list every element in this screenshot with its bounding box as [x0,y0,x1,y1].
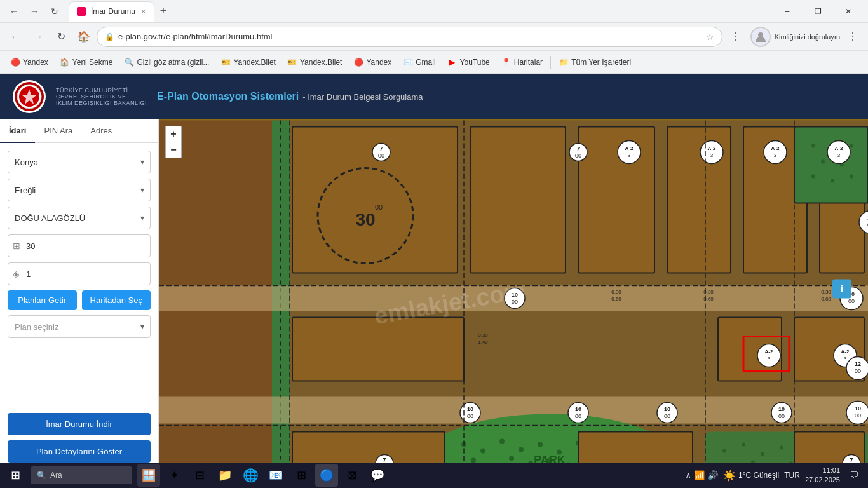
imar-indir-button[interactable]: İmar Durumu İndir [8,413,151,435]
svg-point-0 [758,32,763,37]
taskbar-app-edge[interactable]: 🌐 [239,464,262,487]
language-indicator: TUR [784,471,800,480]
plan-detay-button[interactable]: Plan Detaylarını Göster [8,440,151,463]
tab-pin-ara[interactable]: PIN Ara [35,119,81,143]
nav-home[interactable]: 🏠 [74,27,94,47]
svg-point-38 [742,443,745,447]
tray-arrow[interactable]: ∧ [685,470,691,480]
taskbar-app-teams[interactable]: 💬 [366,464,389,487]
plan-select[interactable]: Plan seçiniz [8,315,151,338]
svg-point-13 [499,439,505,444]
taskbar-clock[interactable]: 11:01 27.02.2025 [805,466,840,485]
bookmark-star-icon[interactable]: ☆ [706,32,714,42]
bookmark-bilet1-label: Yandex.Bilet [233,58,276,67]
tray-wifi[interactable]: 📶 [694,470,705,480]
bookmark-private[interactable]: 🔍 Gizli göz atma (gizli... [119,55,214,70]
profile-button[interactable] [750,27,771,47]
notification-button[interactable]: 🗨 [845,466,863,484]
more-button[interactable]: ⋮ [843,27,863,47]
bookmark-bilet2[interactable]: 🎫 Yandex.Bilet [282,55,348,70]
sidebar-tabs: İdari PIN Ara Adres [0,119,158,143]
tab-idari[interactable]: İdari [0,119,35,143]
sidebar: İdari PIN Ara Adres Konya Ereğli [0,119,159,488]
svg-text:3: 3 [774,152,777,158]
ilce-select[interactable]: Ereğli [8,179,151,201]
taskbar-app-store[interactable]: ⊞ [290,464,313,487]
bookmark-yandex2-label: Yandex [366,58,391,67]
ada-input[interactable] [8,234,151,257]
back-button[interactable]: ← [5,3,23,20]
forward-button[interactable]: → [25,3,43,20]
extensions-button[interactable]: ⋮ [725,27,745,47]
start-button[interactable]: ⊞ [5,465,25,485]
bookmark-gmail[interactable]: ✉️ Gmail [398,55,440,70]
svg-point-14 [519,447,524,452]
bookmark-yandex2[interactable]: 🔴 Yandex [348,55,397,70]
close-button[interactable]: ✕ [834,0,863,23]
active-tab[interactable]: İmar Durumu ✕ [69,1,154,22]
weather-widget[interactable]: ☀️ 1°C Güneşli [723,470,779,482]
svg-text:7: 7 [379,146,383,152]
taskbar-app-windows[interactable]: 🪟 [137,464,160,487]
mahalle-select[interactable]: DOĞU ALAGÖZLÜ [8,207,151,229]
taskbar-app-taskview[interactable]: ⊟ [188,464,211,487]
svg-text:0.60: 0.60 [611,296,621,302]
taskbar-app-m365[interactable]: ⊠ [341,464,363,487]
map-container[interactable]: PARK [159,119,868,488]
svg-point-66 [811,175,815,179]
planlar-getir-button[interactable]: Planları Getir [8,290,77,310]
zoom-out-button[interactable]: − [166,142,181,158]
taskbar-app-mail[interactable]: 📧 [264,464,287,487]
svg-text:7: 7 [383,457,386,463]
tray-volume[interactable]: 🔊 [707,470,718,480]
haritadan-sec-button[interactable]: Haritadan Seç [82,290,151,310]
minimize-button[interactable]: – [773,0,802,23]
svg-point-12 [480,449,485,454]
nav-forward[interactable]: → [28,27,48,47]
yandex-icon: 🔴 [10,57,20,67]
tab-adres[interactable]: Adres [81,119,121,143]
bookmark-all[interactable]: 📁 Tüm Yer İşaretleri [553,55,636,70]
bookmark-yandex[interactable]: 🔴 Yandex [5,55,53,70]
app-header-text: TÜRKİYE CUMHURİYETİ ÇEVRE, ŞEHİRCİLİK VE… [56,87,147,106]
bookmark-maps[interactable]: 📍 Haritalar [496,55,548,70]
parsel-input[interactable] [8,262,151,285]
app-header: TÜRKİYE CUMHURİYETİ ÇEVRE, ŞEHİRCİLİK VE… [0,74,868,119]
bookmark-youtube-label: YouTube [460,58,490,67]
svg-text:00: 00 [848,298,855,304]
svg-text:A-2: A-2 [625,146,634,151]
zoom-controls: + − [165,126,182,158]
svg-text:0.30: 0.30 [821,289,831,295]
svg-text:10: 10 [778,406,785,412]
nav-refresh[interactable]: ↻ [51,27,71,47]
address-bar[interactable]: 🔒 e-plan.gov.tr/e-plan/html/imarDurumu.h… [97,27,722,47]
svg-text:7: 7 [850,457,853,463]
zoom-in-button[interactable]: + [166,126,181,142]
bookmark-private-label: Gizli göz atma (gizli... [137,58,209,67]
maximize-button[interactable]: ❐ [803,0,832,23]
il-select[interactable]: Konya [8,151,151,173]
svg-point-15 [538,442,543,447]
svg-text:3: 3 [768,356,771,362]
tab-close-button[interactable]: ✕ [140,8,146,16]
svg-text:00: 00 [778,413,785,419]
sign-in-prompt: Kimliğinizi doğrulayın [775,33,840,41]
taskbar-search-box[interactable]: 🔍 Ara [31,466,132,484]
taskbar-app-search[interactable]: ✦ [163,464,186,487]
new-tab-button[interactable]: + [154,3,172,20]
taskbar-app-chrome[interactable]: 🔵 [315,464,338,487]
bookmark-youtube[interactable]: ▶ YouTube [442,55,495,70]
private-icon: 🔍 [124,57,134,67]
svg-text:i: i [841,284,843,294]
clock-date: 27.02.2025 [805,475,840,485]
svg-text:A-2: A-2 [841,349,850,355]
refresh-button[interactable]: ↻ [46,3,64,20]
bookmark-bilet1[interactable]: 🎫 Yandex.Bilet [215,55,281,70]
bookmark-new-tab[interactable]: 🏠 Yeni Sekme [55,55,118,70]
map-svg: PARK [159,119,868,488]
bookmark-gmail-label: Gmail [416,58,435,67]
main-content: İdari PIN Ara Adres Konya Ereğli [0,119,868,488]
bookmarks-bar: 🔴 Yandex 🏠 Yeni Sekme 🔍 Gizli göz atma (… [0,51,868,74]
nav-back[interactable]: ← [5,27,25,47]
taskbar-app-explorer[interactable]: 📁 [214,464,236,487]
